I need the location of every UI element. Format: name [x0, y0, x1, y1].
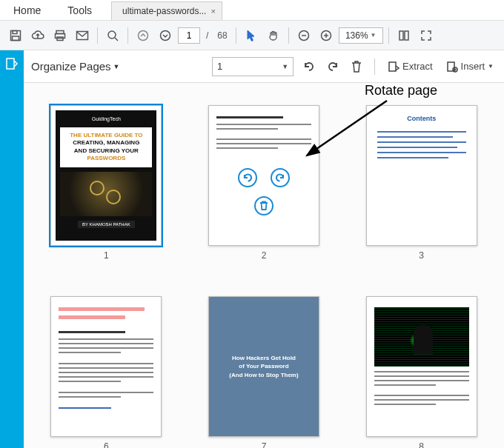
separator [97, 27, 98, 44]
page-thumbnail-image: GuidingTech THE ULTIMATE GUIDE TO CREATI… [50, 105, 162, 246]
hand-icon[interactable] [264, 26, 283, 45]
svg-rect-14 [7, 58, 14, 69]
page-up-icon[interactable] [133, 26, 153, 45]
page-number-label: 3 [419, 250, 424, 261]
document-tab-title: ultimate-passwords... [122, 6, 206, 16]
page-number-label: 2 [262, 250, 267, 261]
document-tab[interactable]: ultimate-passwords... × [111, 1, 222, 20]
insert-button[interactable]: Insert ▼ [443, 58, 497, 76]
svg-rect-12 [399, 31, 403, 40]
side-panel-strip [0, 50, 24, 448]
organize-pages-label: Organize Pages [31, 60, 111, 73]
svg-point-8 [139, 30, 148, 40]
svg-point-9 [161, 30, 170, 40]
save-icon[interactable] [6, 26, 25, 45]
page-separator: / [206, 30, 208, 41]
annotation-arrow [291, 98, 402, 172]
zoom-value: 136% [345, 28, 368, 43]
chevron-down-icon: ▼ [371, 28, 377, 43]
separator [288, 27, 289, 44]
chevron-down-icon: ▼ [113, 63, 120, 70]
insert-label: Insert [461, 61, 485, 72]
separator [374, 58, 375, 75]
zoom-in-icon[interactable] [316, 26, 336, 45]
organize-page-value: 1 [217, 61, 222, 72]
page-number-input[interactable] [178, 27, 200, 44]
page-number-label: 7 [262, 441, 267, 448]
page-thumbnail-image [366, 296, 477, 437]
svg-point-7 [108, 31, 116, 39]
svg-rect-13 [405, 31, 408, 40]
annotation-label: Rotate page [365, 83, 437, 98]
organize-page-select[interactable]: 1 ▼ [212, 57, 294, 76]
pointer-icon[interactable] [242, 26, 261, 45]
svg-rect-1 [13, 30, 17, 33]
fit-width-icon[interactable] [394, 26, 414, 45]
rotate-ccw-icon[interactable] [301, 58, 317, 75]
rotate-cw-overlay-icon[interactable] [271, 168, 290, 187]
rotate-cw-icon[interactable] [325, 58, 341, 75]
svg-rect-2 [13, 36, 19, 41]
page-total: 68 [217, 30, 227, 41]
extract-label: Extract [402, 61, 432, 72]
fit-page-icon[interactable] [417, 26, 436, 45]
page-number-label: 1 [104, 250, 109, 261]
page-number-label: 6 [104, 441, 109, 448]
cover-art [60, 172, 152, 216]
cover-author: BY KHAMOSH PATHAK [78, 221, 135, 228]
page-thumbnail[interactable]: GuidingTech THE ULTIMATE GUIDE TO CREATI… [50, 105, 162, 261]
separator [388, 27, 389, 44]
page-down-icon[interactable] [156, 26, 175, 45]
page-thumbnail[interactable]: 6 [50, 296, 162, 448]
main-panel: Organize Pages ▼ 1 ▼ Extract [24, 50, 504, 448]
extract-button[interactable]: Extract [385, 58, 435, 76]
trash-icon[interactable] [348, 58, 365, 75]
delete-overlay-icon[interactable] [254, 196, 273, 215]
page-number-label: 8 [419, 441, 424, 448]
organize-pages-tool-icon[interactable] [3, 55, 21, 73]
page-thumbnail[interactable]: 8 [366, 296, 477, 448]
page-thumbnail[interactable]: How Hackers Get Hold of Your Password (A… [208, 296, 319, 448]
search-icon[interactable] [103, 26, 122, 45]
thumbnail-area: Rotate page GuidingTech THE ULTIMATE GUI… [24, 83, 504, 448]
zoom-level-select[interactable]: 136% ▼ [339, 27, 383, 44]
separator [236, 27, 236, 44]
menubar: Home Tools ultimate-passwords... × [0, 0, 504, 21]
page-thumbnail-image [50, 296, 162, 437]
rotate-ccw-overlay-icon[interactable] [238, 168, 257, 187]
chevron-down-icon: ▼ [488, 63, 494, 70]
mail-icon[interactable] [73, 26, 92, 45]
svg-line-18 [307, 101, 387, 156]
separator [127, 27, 128, 44]
cloud-icon[interactable] [28, 26, 47, 45]
svg-rect-15 [389, 62, 396, 71]
page-thumbnail-image: How Hackers Get Hold of Your Password (A… [208, 296, 319, 437]
organize-toolbar: Organize Pages ▼ 1 ▼ Extract [24, 50, 504, 83]
print-icon[interactable] [50, 26, 70, 45]
page-image [374, 307, 469, 367]
close-icon[interactable]: × [210, 7, 215, 16]
organize-pages-dropdown[interactable]: Organize Pages ▼ [31, 60, 120, 73]
chevron-down-icon: ▼ [282, 63, 288, 70]
cover-brand: GuidingTech [92, 116, 121, 121]
zoom-out-icon[interactable] [294, 26, 314, 45]
menu-home[interactable]: Home [0, 0, 54, 20]
menu-tools[interactable]: Tools [54, 0, 105, 20]
main-toolbar: / 68 136% ▼ [0, 21, 504, 50]
